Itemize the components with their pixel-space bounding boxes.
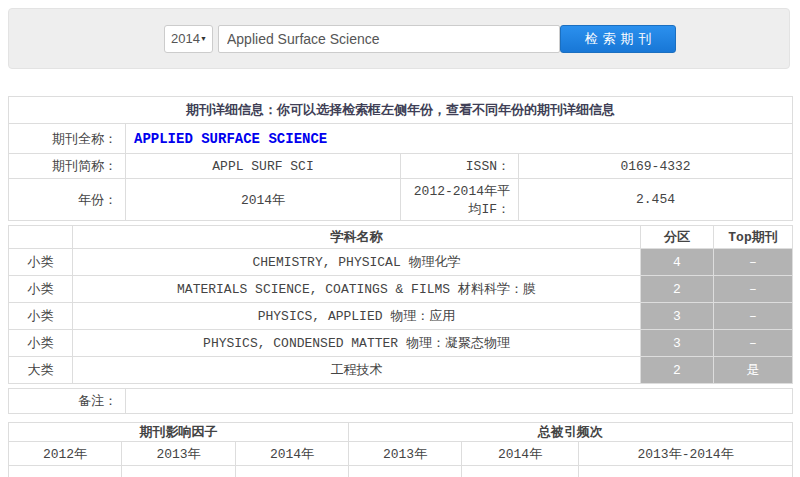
partition-value: 3 <box>641 330 714 357</box>
journal-search-input[interactable] <box>218 25 560 53</box>
full-name-row: 期刊全称： APPLIED SURFACE SCIENCE <box>9 124 793 154</box>
journal-detail-caption: 期刊详细信息：你可以选择检索框左侧年份，查看不同年份的期刊详细信息 <box>9 97 793 124</box>
subject-name: CHEMISTRY, PHYSICAL 物理化学 <box>73 249 641 276</box>
search-bar: 2014 ▼ 检索期刊 <box>8 8 790 69</box>
issn-value: 0169-4332 <box>519 154 793 179</box>
avg-if-value: 2.454 <box>519 179 793 221</box>
subject-type: 小类 <box>9 330 73 357</box>
top-journal-value: 是 <box>714 357 793 384</box>
full-name-label: 期刊全称： <box>9 124 126 154</box>
year-header: 2012年 <box>9 442 122 466</box>
metrics-table: 期刊影响因子 总被引频次 2012年 2013年 2014年 2013年 201… <box>8 422 793 477</box>
subject-row: 大类 工程技术 2 是 <box>9 357 793 384</box>
year-row: 年份： 2014年 2012-2014年平均IF： 2.454 <box>9 179 793 221</box>
remark-row: 备注： <box>9 389 793 414</box>
subject-row: 小类 PHYSICS, APPLIED 物理：应用 3 – <box>9 303 793 330</box>
subject-row: 小类 CHEMISTRY, PHYSICAL 物理化学 4 – <box>9 249 793 276</box>
year-select-value: 2014 <box>171 31 200 46</box>
remark-value <box>126 389 793 414</box>
short-name-value: APPL SURF SCI <box>126 154 401 179</box>
top-journal-value: – <box>714 276 793 303</box>
remark-table: 备注： <box>8 388 793 414</box>
top-journal-value: – <box>714 330 793 357</box>
subject-type: 大类 <box>9 357 73 384</box>
top-journal-header: Top期刊 <box>714 226 793 249</box>
subject-name: 工程技术 <box>73 357 641 384</box>
total-cites-group-header: 总被引频次 <box>349 423 793 442</box>
partition-value: 2 <box>641 357 714 384</box>
journal-info-table: 期刊详细信息：你可以选择检索框左侧年份，查看不同年份的期刊详细信息 期刊全称： … <box>8 96 793 221</box>
subject-name: MATERIALS SCIENCE, COATINGS & FILMS 材料科学… <box>73 276 641 303</box>
subject-partition-table: 学科名称 分区 Top期刊 小类 CHEMISTRY, PHYSICAL 物理化… <box>8 225 793 384</box>
partition-header: 分区 <box>641 226 714 249</box>
subject-name: PHYSICS, APPLIED 物理：应用 <box>73 303 641 330</box>
subject-type: 小类 <box>9 276 73 303</box>
short-name-label: 期刊简称： <box>9 154 126 179</box>
subject-type: 小类 <box>9 249 73 276</box>
metrics-group-header-row: 期刊影响因子 总被引频次 <box>9 423 793 442</box>
subject-header-row: 学科名称 分区 Top期刊 <box>9 226 793 249</box>
partition-value: 4 <box>641 249 714 276</box>
metrics-values-row-clipped <box>9 466 793 477</box>
year-header: 2014年 <box>462 442 579 466</box>
subject-name: PHYSICS, CONDENSED MATTER 物理：凝聚态物理 <box>73 330 641 357</box>
caret-down-icon: ▼ <box>200 35 207 42</box>
issn-label: ISSN： <box>401 154 519 179</box>
partition-value: 2 <box>641 276 714 303</box>
search-journal-button-label: 检索期刊 <box>580 30 657 48</box>
year-label: 年份： <box>9 179 126 221</box>
top-journal-value: – <box>714 249 793 276</box>
search-journal-button[interactable]: 检索期刊 <box>560 25 676 53</box>
year-select[interactable]: 2014 ▼ <box>164 25 213 53</box>
subject-row: 小类 PHYSICS, CONDENSED MATTER 物理：凝聚态物理 3 … <box>9 330 793 357</box>
journal-full-name-link[interactable]: APPLIED SURFACE SCIENCE <box>134 131 327 147</box>
metrics-year-header-row: 2012年 2013年 2014年 2013年 2014年 2013年-2014… <box>9 442 793 466</box>
top-journal-value: – <box>714 303 793 330</box>
subject-name-header: 学科名称 <box>73 226 641 249</box>
year-header: 2013年 <box>349 442 462 466</box>
impact-factor-group-header: 期刊影响因子 <box>9 423 349 442</box>
remark-label: 备注： <box>9 389 126 414</box>
partition-value: 3 <box>641 303 714 330</box>
year-header: 2013年 <box>122 442 236 466</box>
year-value: 2014年 <box>126 179 401 221</box>
year-header: 2014年 <box>236 442 349 466</box>
year-header: 2013年-2014年 <box>579 442 793 466</box>
subject-row: 小类 MATERIALS SCIENCE, COATINGS & FILMS 材… <box>9 276 793 303</box>
page: 2014 ▼ 检索期刊 期刊详细信息：你可以选择检索框左侧年份，查看不同年份的期… <box>0 0 800 477</box>
avg-if-label: 2012-2014年平均IF： <box>401 179 519 221</box>
caption-row: 期刊详细信息：你可以选择检索框左侧年份，查看不同年份的期刊详细信息 <box>9 97 793 124</box>
subject-type: 小类 <box>9 303 73 330</box>
short-name-row: 期刊简称： APPL SURF SCI ISSN： 0169-4332 <box>9 154 793 179</box>
subject-type-header <box>9 226 73 249</box>
